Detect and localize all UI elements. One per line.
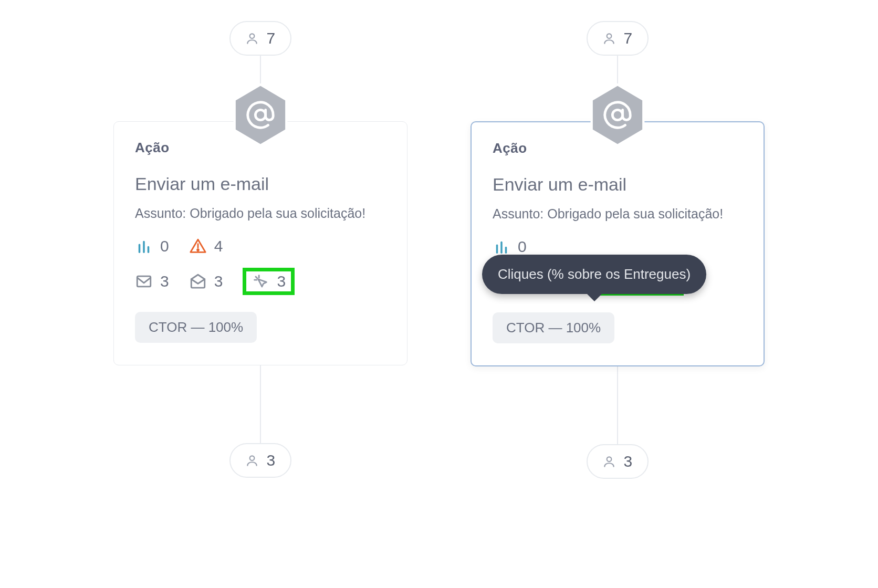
action-card-email[interactable]: Ação Enviar um e-mail Assunto: Obrigado … (471, 121, 765, 366)
svg-point-15 (607, 457, 612, 461)
metric-value: 3 (160, 272, 169, 290)
at-sign-icon (602, 100, 633, 130)
alert-triangle-icon (189, 237, 207, 255)
people-count: 3 (623, 453, 632, 470)
svg-point-1 (255, 110, 265, 120)
envelope-closed-icon (135, 272, 153, 290)
metrics-row-2: 3 3 3 (135, 268, 386, 295)
flow-connector (617, 365, 618, 444)
metric-errors[interactable]: 4 (189, 237, 223, 255)
people-pill-top[interactable]: 7 (229, 21, 291, 56)
card-subject: Assunto: Obrigado pela sua solicitação! (135, 205, 386, 223)
svg-point-6 (197, 249, 198, 250)
person-icon (245, 454, 259, 467)
flow-connector (260, 364, 261, 443)
metric-value: 0 (518, 238, 527, 256)
people-count: 3 (266, 452, 275, 469)
metric-value: 3 (214, 272, 223, 290)
card-title: Enviar um e-mail (135, 174, 386, 194)
pointer-click-icon (252, 272, 269, 290)
metrics-row-1: 0 4 (135, 237, 386, 255)
metric-delivered[interactable]: 3 (135, 272, 169, 290)
email-action-hexagon (589, 83, 646, 146)
metric-value: 0 (160, 237, 169, 255)
person-icon (245, 32, 259, 45)
person-icon (602, 455, 616, 468)
people-pill-bottom[interactable]: 3 (229, 443, 291, 478)
card-title: Enviar um e-mail (493, 174, 743, 195)
svg-point-9 (607, 34, 612, 38)
metric-value: 3 (277, 272, 286, 290)
metric-clicks[interactable]: 3 (243, 268, 295, 295)
people-pill-top[interactable]: 7 (587, 21, 648, 56)
ctor-badge[interactable]: CTOR — 100% (493, 312, 614, 343)
card-subject: Assunto: Obrigado pela sua solicitação! (493, 205, 743, 223)
metric-in-queue[interactable]: 0 (135, 237, 169, 255)
flow-column-right: 7 Ação Enviar um e-mail Assunto: Obrigad… (471, 21, 765, 479)
person-icon (602, 32, 616, 45)
envelope-open-icon (189, 272, 207, 290)
svg-point-0 (250, 34, 255, 38)
metric-value: 4 (214, 237, 223, 255)
tooltip-clicks: Cliques (% sobre os Entregues) (482, 255, 706, 294)
email-action-hexagon (232, 83, 289, 146)
flow-column-left: 7 Ação Enviar um e-mail Assunto: Obrigad… (113, 21, 407, 479)
action-card-email[interactable]: Ação Enviar um e-mail Assunto: Obrigado … (113, 121, 407, 365)
metric-opened[interactable]: 3 (189, 272, 223, 290)
metric-in-queue[interactable]: 0 (493, 238, 527, 256)
metrics-row-1: 0 4 (493, 238, 743, 256)
svg-point-8 (250, 456, 255, 460)
bar-chart-icon (493, 238, 510, 256)
bar-chart-icon (135, 237, 153, 255)
svg-rect-7 (137, 276, 151, 287)
people-count: 7 (623, 29, 632, 47)
ctor-badge[interactable]: CTOR — 100% (135, 312, 257, 343)
svg-point-10 (612, 110, 622, 120)
people-count: 7 (266, 29, 275, 47)
at-sign-icon (245, 100, 276, 130)
people-pill-bottom[interactable]: 3 (587, 444, 648, 479)
